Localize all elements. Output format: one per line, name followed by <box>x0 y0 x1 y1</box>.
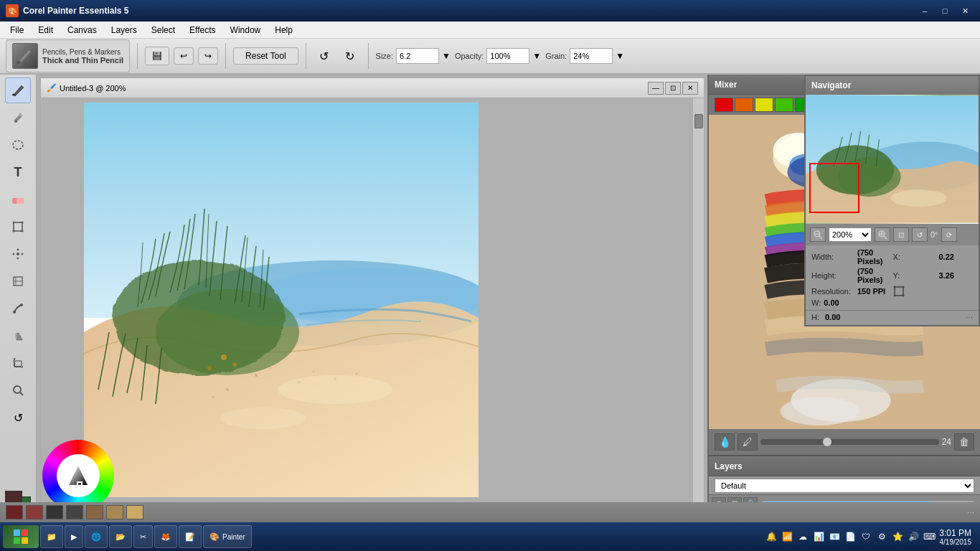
brush-tool[interactable] <box>5 77 31 103</box>
menu-effects[interactable]: Effects <box>182 24 222 37</box>
reset-tool-button[interactable]: Reset Tool <box>233 47 298 65</box>
zoom-tool[interactable] <box>5 377 31 403</box>
vertical-scrollbar[interactable] <box>692 98 704 507</box>
move-tool[interactable] <box>5 241 31 267</box>
layers-composite-select[interactable]: Default Multiply Screen Overlay <box>715 479 974 493</box>
doc-minimize-button[interactable]: — <box>648 82 664 95</box>
transform-2-tool[interactable] <box>5 268 31 294</box>
size-dropdown-icon[interactable]: ▼ <box>442 51 451 61</box>
grain-spinner[interactable]: 24% <box>570 48 613 64</box>
nav-zoom-in-button[interactable] <box>875 227 890 242</box>
transform-tool[interactable] <box>5 214 31 240</box>
taskbar-app-firefox[interactable]: 🦊 <box>154 525 177 548</box>
color-swatch-1[interactable] <box>6 505 23 519</box>
color-swatch-3[interactable] <box>46 505 63 519</box>
maximize-button[interactable]: □ <box>936 4 954 18</box>
menu-layers[interactable]: Layers <box>104 24 144 37</box>
mirror-tool-icon[interactable]: ↻ <box>339 45 361 67</box>
color-wheel[interactable] <box>42 440 114 512</box>
opacity-spinner[interactable]: 100% <box>486 48 529 64</box>
taskbar-signal-icon[interactable]: 📊 <box>813 531 824 542</box>
taskbar-app-filemanager[interactable]: 📂 <box>109 525 132 548</box>
taskbar-star-icon[interactable]: ⭐ <box>892 531 903 542</box>
taskbar-volume-icon[interactable]: 🔊 <box>908 531 919 542</box>
taskbar-app-cut[interactable]: ✂ <box>133 525 153 548</box>
v-scrollbar-thumb[interactable] <box>694 114 703 128</box>
eraser-tool[interactable] <box>5 187 31 212</box>
color-swatch-4[interactable] <box>66 505 83 519</box>
windows-logo <box>12 528 29 545</box>
color-swatch-2[interactable] <box>26 505 43 519</box>
taskbar-app-browser[interactable]: 🌐 <box>85 525 108 548</box>
taskbar-security-icon[interactable]: 🛡 <box>860 531 872 542</box>
mixer-swatch-orange[interactable] <box>735 98 753 112</box>
svg-point-7 <box>13 141 23 149</box>
nav-reset-rotate-button[interactable]: ⟳ <box>941 227 957 242</box>
mixer-swatch-red[interactable] <box>715 98 733 112</box>
doc-close-button[interactable]: ✕ <box>682 82 698 95</box>
rotate-canvas-tool[interactable]: ↺ <box>5 405 31 430</box>
doc-restore-button[interactable]: ⊡ <box>665 82 681 95</box>
svg-point-29 <box>156 289 299 375</box>
save-button[interactable] <box>145 47 169 65</box>
grain-dropdown-icon[interactable]: ▼ <box>616 51 624 61</box>
rotate-tool-icon[interactable]: ↺ <box>314 45 335 67</box>
taskbar-clock[interactable]: 3:01 PM 4/19/2015 <box>939 528 971 546</box>
taskbar-settings-icon[interactable]: ⚙ <box>876 531 887 542</box>
nav-zoom-out-button[interactable] <box>810 227 826 242</box>
mixer-clear-button[interactable]: 🗑 <box>954 433 974 451</box>
start-button[interactable] <box>3 525 39 548</box>
crop-tool[interactable] <box>5 350 31 376</box>
hand-tool[interactable] <box>5 323 31 349</box>
nav-width-label: Width: <box>811 253 854 261</box>
nav-rotate-button[interactable]: ↺ <box>912 227 928 242</box>
taskbar-mail-icon[interactable]: 📧 <box>829 531 840 542</box>
doc-titlebar: 🖌️ Untitled-3 @ 200% — ⊡ ✕ <box>40 77 705 98</box>
color-swatch-7[interactable] <box>126 505 143 519</box>
pen-tool[interactable] <box>5 296 31 321</box>
eyedropper-tool[interactable] <box>5 105 31 131</box>
menu-select[interactable]: Select <box>144 24 182 37</box>
menu-help[interactable]: Help <box>268 24 300 37</box>
nav-resolution-row: Resolution: 150 PPI <box>811 286 892 297</box>
menu-canvas[interactable]: Canvas <box>60 24 104 37</box>
undo-button[interactable]: ↩ <box>174 47 194 65</box>
color-swatch-5[interactable] <box>86 505 103 519</box>
mixer-slider[interactable] <box>760 439 939 445</box>
mixer-dropper-button[interactable]: 💧 <box>715 433 735 451</box>
taskbar-app-media[interactable]: ▶ <box>65 525 83 548</box>
color-swatch-6[interactable] <box>106 505 123 519</box>
svg-line-59 <box>819 236 822 239</box>
minimize-button[interactable]: – <box>915 4 934 18</box>
opacity-dropdown-icon[interactable]: ▼ <box>532 51 541 61</box>
taskbar-acrobat-icon[interactable]: 📄 <box>844 531 856 542</box>
more-colors-icon[interactable]: ··· <box>967 507 974 517</box>
size-spinner[interactable]: 6.2 <box>396 48 439 64</box>
taskbar-app-painter[interactable]: 🎨 Painter <box>203 525 252 548</box>
lasso-tool[interactable] <box>5 132 31 158</box>
text-tool[interactable]: T <box>5 159 31 185</box>
redo-button[interactable]: ↪ <box>198 47 218 65</box>
mixer-slider-thumb[interactable] <box>823 438 831 446</box>
mixer-pick-button[interactable]: 🖊 <box>738 433 758 451</box>
taskbar-network-icon[interactable]: 📶 <box>781 531 793 542</box>
doc-title: 🖌️ Untitled-3 @ 200% <box>47 83 126 93</box>
menu-window[interactable]: Window <box>223 24 268 37</box>
menu-file[interactable]: File <box>3 24 31 37</box>
taskbar-app-sticky[interactable]: 📝 <box>179 525 202 548</box>
layers-dropdown: Default Multiply Screen Overlay <box>709 476 980 495</box>
taskbar-notification-icon[interactable]: 🔔 <box>765 531 777 542</box>
title-bar-controls[interactable]: – □ ✕ <box>915 4 974 18</box>
nav-viewport-indicator[interactable] <box>809 163 859 213</box>
mixer-swatch-green1[interactable] <box>775 98 793 112</box>
close-button[interactable]: ✕ <box>956 4 974 18</box>
nav-zoom-select[interactable]: 200% 100% 150% 75% 50% 25% 300% 400% <box>829 227 872 242</box>
doc-canvas[interactable] <box>84 103 479 497</box>
taskbar-app-explorer[interactable]: 📁 <box>40 525 63 548</box>
taskbar-cloud-icon[interactable]: ☁ <box>797 531 809 542</box>
nav-more-icon[interactable]: ··· <box>966 312 973 322</box>
mixer-swatch-yellow[interactable] <box>755 98 773 112</box>
nav-fit-button[interactable]: ⊡ <box>893 227 909 242</box>
taskbar-keyboard-icon[interactable]: ⌨ <box>923 531 935 542</box>
menu-edit[interactable]: Edit <box>31 24 60 37</box>
